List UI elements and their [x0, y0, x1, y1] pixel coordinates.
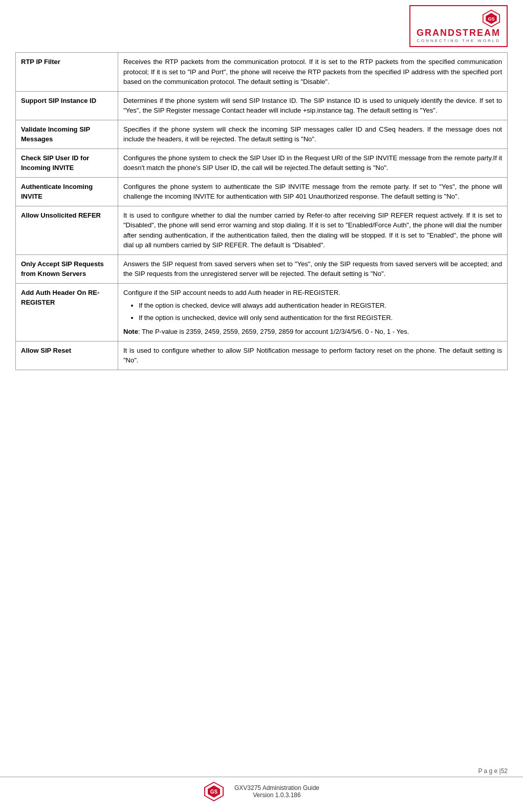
- main-table: RTP IP Filter Receives the RTP packets f…: [15, 52, 508, 370]
- logo-brand: GRANDSTREAM: [417, 28, 500, 38]
- table-row: Add Auth Header On RE-REGISTER Configure…: [16, 283, 508, 341]
- page-wrapper: GS GRANDSTREAM CONNECTING THE WORLD RTP …: [0, 0, 523, 812]
- row-content-check-sip-user-id: Configures the phone system to check the…: [118, 148, 508, 177]
- row-label-validate-incoming-sip: Validate Incoming SIP Messages: [16, 120, 118, 148]
- footer-guide-info: GXV3275 Administration Guide Version 1.0…: [234, 784, 319, 799]
- add-auth-note: Note: The P-value is 2359, 2459, 2559, 2…: [123, 327, 502, 337]
- row-content-add-auth-header: Configure if the SIP account needs to ad…: [118, 283, 508, 341]
- row-label-allow-sip-reset: Allow SIP Reset: [16, 341, 118, 370]
- row-label-add-auth-header: Add Auth Header On RE-REGISTER: [16, 283, 118, 341]
- header-logo: GS GRANDSTREAM CONNECTING THE WORLD: [15, 5, 508, 47]
- row-label-authenticate-incoming-invite: Authenticate Incoming INVITE: [16, 177, 118, 206]
- footer-guide-title: GXV3275 Administration Guide: [234, 784, 319, 792]
- row-label-rtp-ip-filter: RTP IP Filter: [16, 53, 118, 92]
- footer-logo-icon: GS: [204, 781, 224, 802]
- row-content-support-sip-instance-id: Determines if the phone system will send…: [118, 91, 508, 120]
- row-content-allow-sip-reset: It is used to configure whether to allow…: [118, 341, 508, 370]
- table-row: RTP IP Filter Receives the RTP packets f…: [16, 53, 508, 92]
- logo-box: GS GRANDSTREAM CONNECTING THE WORLD: [409, 5, 508, 47]
- table-row: Authenticate Incoming INVITE Configures …: [16, 177, 508, 206]
- add-auth-intro: Configure if the SIP account needs to ad…: [123, 289, 340, 296]
- table-row: Support SIP Instance ID Determines if th…: [16, 91, 508, 120]
- row-label-check-sip-user-id: Check SIP User ID for Incoming INVITE: [16, 148, 118, 177]
- logo-tagline: CONNECTING THE WORLD: [417, 38, 500, 43]
- row-label-support-sip-instance-id: Support SIP Instance ID: [16, 91, 118, 120]
- row-label-allow-unsolicited-refer: Allow Unsolicited REFER: [16, 206, 118, 254]
- row-content-validate-incoming-sip: Specifies if the phone system will check…: [118, 120, 508, 148]
- table-row: Only Accept SIP Requests from Known Serv…: [16, 254, 508, 283]
- footer-content: GS GXV3275 Administration Guide Version …: [204, 781, 319, 802]
- page-number: P a g e |52: [0, 767, 523, 775]
- row-content-authenticate-incoming-invite: Configures the phone system to authentic…: [118, 177, 508, 206]
- row-content-only-accept-sip: Answers the SIP request from saved serve…: [118, 254, 508, 283]
- table-row: Allow SIP Reset It is used to configure …: [16, 341, 508, 370]
- svg-text:GS: GS: [210, 789, 218, 795]
- footer-divider: [0, 777, 523, 777]
- footer-version: Version 1.0.3.186: [234, 792, 319, 799]
- bullet-item: If the option is checked, device will al…: [139, 301, 502, 311]
- bullet-item: If the option is unchecked, device will …: [139, 313, 502, 323]
- grandstream-logo-icon: GS: [482, 9, 500, 28]
- row-label-only-accept-sip: Only Accept SIP Requests from Known Serv…: [16, 254, 118, 283]
- table-row: Allow Unsolicited REFER It is used to co…: [16, 206, 508, 254]
- add-auth-bullets: If the option is checked, device will al…: [139, 301, 502, 323]
- table-row: Check SIP User ID for Incoming INVITE Co…: [16, 148, 508, 177]
- table-row: Validate Incoming SIP Messages Specifies…: [16, 120, 508, 148]
- svg-text:GS: GS: [488, 16, 494, 22]
- row-content-rtp-ip-filter: Receives the RTP packets from the commun…: [118, 53, 508, 92]
- row-content-allow-unsolicited-refer: It is used to configure whether to dial …: [118, 206, 508, 254]
- footer: P a g e |52 GS GXV3275 Administration Gu…: [0, 767, 523, 802]
